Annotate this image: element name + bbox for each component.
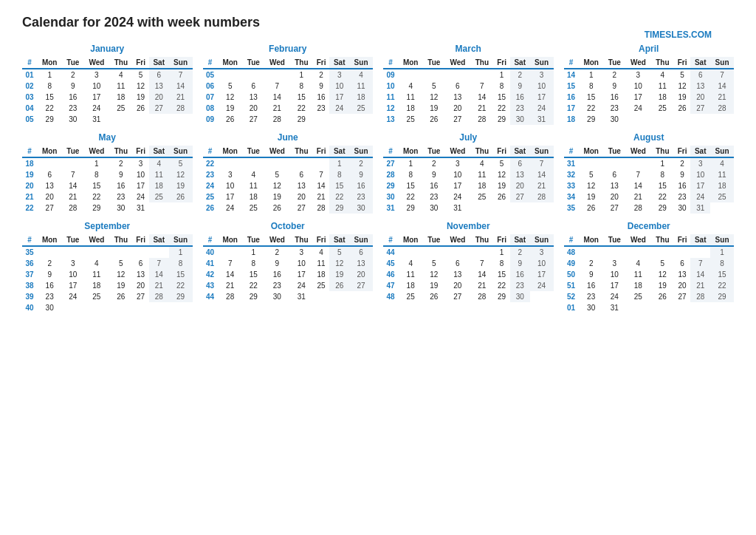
- col-header-#: #: [383, 234, 398, 246]
- week-number: 46: [383, 269, 398, 280]
- day-cell: [149, 202, 169, 214]
- day-cell: 27: [690, 103, 710, 114]
- day-cell: [710, 302, 734, 313]
- week-row: 379101112131415: [22, 269, 193, 280]
- day-cell: 28: [218, 291, 243, 302]
- week-number: 22: [203, 157, 218, 169]
- day-cell: 16: [604, 92, 625, 103]
- day-cell: 26: [264, 202, 290, 214]
- day-cell: 18: [398, 280, 423, 291]
- week-number: 03: [22, 92, 37, 103]
- day-cell: 29: [83, 202, 109, 214]
- week-number: 48: [564, 246, 579, 258]
- month-title: January: [22, 44, 193, 54]
- day-cell: 15: [329, 180, 349, 191]
- day-cell: 30: [109, 202, 132, 214]
- col-header-#: #: [564, 234, 579, 246]
- week-number: 15: [564, 81, 579, 92]
- day-cell: [651, 114, 674, 125]
- day-cell: [132, 302, 149, 313]
- day-cell: 3: [530, 69, 554, 81]
- day-cell: 30: [62, 114, 83, 125]
- week-row: 40123456: [203, 246, 374, 258]
- day-cell: 5: [423, 258, 444, 269]
- day-cell: 23: [423, 191, 444, 202]
- week-number: 09: [203, 114, 218, 125]
- day-cell: 15: [398, 180, 423, 191]
- day-cell: [444, 246, 470, 258]
- col-header-tue: Tue: [243, 146, 264, 157]
- col-header-sat: Sat: [149, 234, 169, 246]
- day-cell: 6: [510, 157, 530, 169]
- day-cell: [264, 69, 290, 81]
- day-cell: 3: [83, 69, 109, 81]
- col-header-fri: Fri: [132, 57, 149, 69]
- day-cell: 11: [83, 269, 109, 280]
- day-cell: 10: [690, 169, 710, 180]
- day-cell: 26: [423, 291, 444, 302]
- day-cell: 26: [329, 280, 349, 291]
- day-cell: 20: [690, 92, 710, 103]
- day-cell: [218, 69, 243, 81]
- col-header-sun: Sun: [169, 57, 193, 69]
- day-cell: 11: [243, 180, 264, 191]
- day-cell: 10: [530, 258, 554, 269]
- day-cell: 2: [423, 157, 444, 169]
- week-row: 4178910111213: [203, 258, 374, 269]
- week-row: 011234567: [22, 69, 193, 81]
- week-number: 35: [564, 202, 579, 214]
- day-cell: 3: [132, 157, 149, 169]
- col-header-sun: Sun: [349, 234, 373, 246]
- week-number: 42: [203, 269, 218, 280]
- week-number: 32: [564, 169, 579, 180]
- day-cell: 20: [349, 269, 373, 280]
- day-cell: 11: [470, 169, 493, 180]
- day-cell: 4: [313, 246, 330, 258]
- day-cell: 27: [444, 291, 470, 302]
- day-cell: 22: [290, 103, 313, 114]
- month-title: June: [203, 132, 374, 143]
- col-header-mon: Mon: [398, 234, 423, 246]
- day-cell: 11: [398, 92, 423, 103]
- day-cell: 28: [313, 202, 330, 214]
- day-cell: 16: [674, 180, 691, 191]
- col-header-sun: Sun: [169, 234, 193, 246]
- month-title: August: [564, 132, 735, 143]
- day-cell: 14: [62, 180, 83, 191]
- month-table: #MonTueWedThuFriSatSun181234519678910111…: [22, 146, 193, 214]
- day-cell: 17: [690, 180, 710, 191]
- day-cell: 30: [604, 114, 625, 125]
- week-number: 30: [383, 191, 398, 202]
- day-cell: 2: [604, 69, 625, 81]
- day-cell: 17: [132, 180, 149, 191]
- week-row: 2013141516171819: [22, 180, 193, 191]
- week-number: 08: [203, 103, 218, 114]
- day-cell: 11: [651, 81, 674, 92]
- day-cell: [674, 114, 691, 125]
- day-cell: 5: [109, 258, 132, 269]
- day-cell: 14: [218, 269, 243, 280]
- day-cell: 20: [674, 280, 691, 291]
- day-cell: 9: [264, 258, 290, 269]
- day-cell: 6: [349, 246, 373, 258]
- col-header-sun: Sun: [710, 57, 734, 69]
- week-row: 1812345: [22, 157, 193, 169]
- day-cell: 5: [651, 258, 674, 269]
- col-header-wed: Wed: [83, 234, 109, 246]
- col-header-wed: Wed: [83, 57, 109, 69]
- page-title: Calendar for 2024 with week numbers: [22, 15, 734, 30]
- day-cell: 22: [651, 191, 674, 202]
- day-cell: 15: [37, 92, 62, 103]
- day-cell: [710, 114, 734, 125]
- col-header-sun: Sun: [349, 146, 373, 157]
- week-row: 509101112131415: [564, 269, 735, 280]
- day-cell: 28: [625, 202, 651, 214]
- day-cell: 12: [493, 169, 510, 180]
- week-number: 48: [383, 291, 398, 302]
- day-cell: [313, 157, 330, 169]
- day-cell: 15: [710, 269, 734, 280]
- day-cell: 19: [674, 92, 691, 103]
- day-cell: 26: [169, 191, 193, 202]
- day-cell: 22: [398, 191, 423, 202]
- col-header-mon: Mon: [579, 234, 604, 246]
